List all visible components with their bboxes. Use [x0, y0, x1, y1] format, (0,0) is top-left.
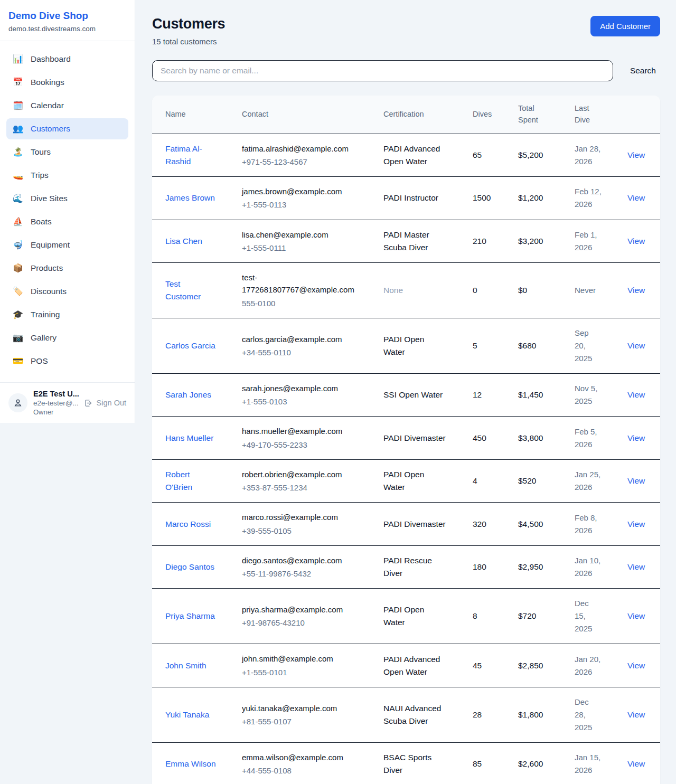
sidebar-item-bookings[interactable]: 📅 Bookings — [6, 72, 128, 93]
table-row: Emma Wilson emma.wilson@example.com +44-… — [152, 742, 660, 784]
customer-email: robert.obrien@example.com — [242, 468, 358, 480]
customer-total-spent: $5,200 — [518, 150, 543, 159]
customer-name-link[interactable]: Carlos Garcia — [165, 341, 215, 350]
view-customer-link[interactable]: View — [627, 562, 645, 571]
view-customer-link[interactable]: View — [627, 759, 645, 768]
view-customer-link[interactable]: View — [627, 476, 645, 485]
search-button[interactable]: Search — [626, 64, 660, 78]
customer-name-link[interactable]: John Smith — [165, 661, 206, 670]
column-header: Contact — [229, 96, 370, 134]
sidebar-item-calendar[interactable]: 🗓️ Calendar — [6, 95, 128, 116]
sign-out-label: Sign Out — [97, 399, 126, 407]
customer-name-link[interactable]: Marco Rossi — [165, 519, 211, 528]
view-customer-link[interactable]: View — [627, 390, 645, 399]
view-customer-link[interactable]: View — [627, 341, 645, 350]
view-customer-link[interactable]: View — [627, 710, 645, 719]
customer-email: marco.rossi@example.com — [242, 511, 358, 523]
view-customer-link[interactable]: View — [627, 286, 645, 295]
customer-email: james.brown@example.com — [242, 185, 358, 197]
speedboat-icon: 🚤 — [12, 171, 24, 180]
customer-certification: PADI Advanced Open Water — [383, 655, 440, 676]
customer-name-link[interactable]: Yuki Tanaka — [165, 710, 209, 719]
search-row: Search — [152, 60, 660, 81]
column-header: Name — [152, 96, 229, 134]
customer-dives: 180 — [473, 562, 486, 571]
sign-out-button[interactable]: Sign Out — [84, 399, 126, 408]
customer-phone: +1-555-0113 — [242, 199, 358, 211]
table-row: Test Customer test-1772681807767@example… — [152, 263, 660, 318]
customer-name-link[interactable]: Emma Wilson — [165, 759, 216, 768]
customer-last-dive: Feb 1, 2026 — [575, 230, 597, 252]
customer-phone: +353-87-555-1234 — [242, 481, 358, 494]
view-customer-link[interactable]: View — [627, 237, 645, 245]
customer-name-link[interactable]: Test Customer — [165, 279, 201, 301]
customer-certification: SSI Open Water — [383, 390, 443, 399]
customer-total-spent: $3,800 — [518, 433, 543, 442]
sidebar-item-customers[interactable]: 👥 Customers — [6, 118, 128, 139]
customer-dives: 320 — [473, 519, 486, 528]
customer-name-link[interactable]: Priya Sharma — [165, 611, 215, 620]
sidebar-item-label: Dashboard — [31, 54, 71, 64]
sidebar-item-label: Trips — [31, 171, 49, 180]
customer-phone: +971-55-123-4567 — [242, 156, 358, 168]
customer-dives: 4 — [473, 476, 477, 485]
view-customer-link[interactable]: View — [627, 611, 645, 620]
sidebar-item-dashboard[interactable]: 📊 Dashboard — [6, 49, 128, 70]
customer-dives: 5 — [473, 341, 477, 350]
add-customer-button[interactable]: Add Customer — [590, 16, 660, 36]
customer-name-link[interactable]: Lisa Chen — [165, 237, 202, 245]
customer-name-link[interactable]: Fatima Al-Rashid — [165, 144, 202, 166]
credit-card-icon: 💳 — [12, 357, 24, 365]
sidebar-item-dive-sites[interactable]: 🌊 Dive Sites — [6, 188, 128, 209]
people-icon: 👥 — [12, 125, 24, 133]
customer-total-spent: $1,200 — [518, 193, 543, 202]
sidebar-item-equipment[interactable]: 🤿 Equipment — [6, 234, 128, 256]
customer-email: test-1772681807767@example.com — [242, 271, 358, 296]
sidebar-item-label: POS — [31, 356, 48, 366]
sidebar-item-boats[interactable]: ⛵ Boats — [6, 211, 128, 232]
view-customer-link[interactable]: View — [627, 433, 645, 442]
customer-dives: 45 — [473, 661, 482, 670]
customer-total-spent: $1,450 — [518, 390, 543, 399]
sidebar-item-products[interactable]: 📦 Products — [6, 258, 128, 279]
customer-last-dive: Feb 12, 2026 — [575, 187, 602, 209]
sidebar-item-discounts[interactable]: 🏷️ Discounts — [6, 281, 128, 302]
sidebar-item-label: Boats — [31, 217, 52, 226]
sidebar-item-trips[interactable]: 🚤 Trips — [6, 165, 128, 186]
brand-block: Demo Dive Shop demo.test.divestreams.com — [0, 0, 135, 41]
sidebar-item-label: Gallery — [31, 333, 57, 343]
customer-total-spent: $3,200 — [518, 237, 543, 245]
customer-email: fatima.alrashid@example.com — [242, 143, 358, 155]
customer-total-spent: $1,800 — [518, 710, 543, 719]
customer-name-link[interactable]: James Brown — [165, 193, 215, 202]
table-row: John Smith john.smith@example.com +1-555… — [152, 644, 660, 687]
customer-dives: 8 — [473, 611, 477, 620]
customer-dives: 210 — [473, 237, 486, 245]
column-header: Dives — [459, 96, 505, 134]
customer-name-link[interactable]: Robert O'Brien — [165, 470, 192, 492]
search-input[interactable] — [152, 60, 613, 81]
customer-total-spent: $2,600 — [518, 759, 543, 768]
view-customer-link[interactable]: View — [627, 661, 645, 670]
sidebar-item-label: Training — [31, 310, 60, 319]
column-header — [614, 96, 660, 134]
page-title: Customers — [152, 16, 225, 32]
view-customer-link[interactable]: View — [627, 519, 645, 528]
customer-name-link[interactable]: Sarah Jones — [165, 390, 211, 399]
customer-certification: PADI Advanced Open Water — [383, 144, 440, 166]
view-customer-link[interactable]: View — [627, 193, 645, 202]
customer-last-dive: Feb 5, 2026 — [575, 427, 597, 449]
customer-name-link[interactable]: Diego Santos — [165, 562, 214, 571]
customer-last-dive: Sep 20, 2025 — [575, 328, 592, 363]
package-icon: 📦 — [12, 264, 24, 272]
customer-name-link[interactable]: Hans Mueller — [165, 433, 213, 442]
sidebar-item-training[interactable]: 🎓 Training — [6, 304, 128, 325]
table-row: Yuki Tanaka yuki.tanaka@example.com +81-… — [152, 687, 660, 742]
sidebar-item-pos[interactable]: 💳 POS — [6, 351, 128, 372]
sidebar-item-tours[interactable]: 🏝️ Tours — [6, 141, 128, 163]
customer-total-spent: $4,500 — [518, 519, 543, 528]
view-customer-link[interactable]: View — [627, 150, 645, 159]
customer-certification: PADI Instructor — [383, 193, 438, 202]
sidebar-item-label: Discounts — [31, 287, 67, 296]
sidebar-item-gallery[interactable]: 📷 Gallery — [6, 327, 128, 348]
